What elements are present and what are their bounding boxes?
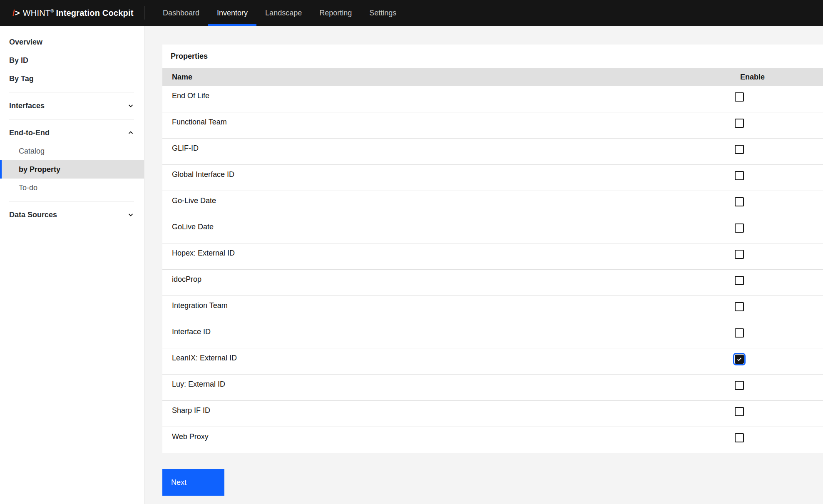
sidebar-item-label: Data Sources (9, 211, 57, 219)
property-name: Functional Team (162, 112, 735, 138)
table-row: LeanIX: External ID (162, 348, 823, 375)
property-name: Integration Team (162, 296, 735, 322)
sidebar-item-label: Interfaces (9, 102, 45, 110)
sidebar-item-data-sources[interactable]: Data Sources (0, 206, 144, 224)
enable-checkbox[interactable] (735, 145, 744, 154)
column-header-name: Name (162, 68, 735, 86)
table-row: Interface ID (162, 322, 823, 348)
enable-checkbox[interactable] (735, 355, 744, 364)
table-row: GLIF-ID (162, 139, 823, 165)
enable-cell (735, 217, 823, 243)
sidebar-divider (9, 201, 134, 201)
nav-tab-dashboard[interactable]: Dashboard (154, 0, 208, 26)
table-row: Global Interface ID (162, 165, 823, 191)
enable-checkbox[interactable] (735, 276, 744, 285)
enable-cell (735, 427, 823, 453)
property-name: Luy: External ID (162, 375, 735, 400)
checkmark-icon (736, 356, 742, 362)
property-name: GoLive Date (162, 217, 735, 243)
property-name: idocProp (162, 270, 735, 295)
top-header-bar: />WHINT®Integration Cockpit DashboardInv… (0, 0, 823, 26)
enable-cell (735, 348, 823, 374)
sidebar: OverviewBy IDBy TagInterfacesEnd-to-EndC… (0, 26, 144, 504)
enable-cell (735, 112, 823, 138)
property-name: GLIF-ID (162, 139, 735, 164)
header-divider (144, 6, 144, 20)
sidebar-item-label: To-do (19, 184, 37, 192)
sidebar-divider (9, 119, 134, 119)
property-name: Go-Live Date (162, 191, 735, 217)
property-name: Hopex: External ID (162, 243, 735, 269)
table-row: Sharp IF ID (162, 401, 823, 427)
app-title: />WHINT®Integration Cockpit (12, 8, 134, 18)
table-body: End Of LifeFunctional TeamGLIF-IDGlobal … (162, 86, 823, 453)
chevron-down-icon (127, 211, 134, 218)
sidebar-item-label: By Tag (9, 74, 34, 83)
sidebar-item-label: End-to-End (9, 129, 50, 137)
nav-tab-settings[interactable]: Settings (361, 0, 405, 26)
enable-checkbox[interactable] (735, 197, 744, 206)
chevron-up-icon (127, 129, 134, 136)
enable-cell (735, 270, 823, 295)
property-name: LeanIX: External ID (162, 348, 735, 374)
table-header-row: Name Enable (162, 68, 823, 86)
enable-cell (735, 243, 823, 269)
property-name: Web Proxy (162, 427, 735, 453)
sidebar-item-by-tag[interactable]: By Tag (0, 70, 144, 88)
page-title: Properties (162, 45, 823, 68)
main-content: Properties Name Enable End Of LifeFuncti… (144, 26, 823, 504)
enable-checkbox[interactable] (735, 92, 744, 102)
nav-tab-inventory[interactable]: Inventory (208, 0, 256, 26)
sidebar-divider (9, 92, 134, 92)
sidebar-item-label: Catalog (19, 147, 45, 156)
enable-checkbox[interactable] (735, 328, 744, 338)
table-row: End Of Life (162, 86, 823, 112)
chevron-down-icon (127, 102, 134, 109)
property-name: Interface ID (162, 322, 735, 348)
table-row: idocProp (162, 270, 823, 296)
sidebar-item-label: By ID (9, 56, 28, 65)
enable-cell (735, 191, 823, 217)
enable-checkbox[interactable] (735, 407, 744, 416)
table-row: GoLive Date (162, 217, 823, 243)
app-window: />WHINT®Integration Cockpit DashboardInv… (0, 0, 823, 504)
table-row: Go-Live Date (162, 191, 823, 217)
sidebar-item-overview[interactable]: Overview (0, 33, 144, 51)
enable-checkbox[interactable] (735, 250, 744, 259)
table-row: Functional Team (162, 112, 823, 139)
table-row: Integration Team (162, 296, 823, 322)
sidebar-item-end-to-end[interactable]: End-to-End (0, 124, 144, 142)
properties-card: Properties Name Enable End Of LifeFuncti… (162, 45, 823, 453)
logo-chevron-icon: > (15, 8, 20, 17)
nav-tab-landscape[interactable]: Landscape (256, 0, 311, 26)
nav-tab-reporting[interactable]: Reporting (311, 0, 361, 26)
property-name: End Of Life (162, 86, 735, 112)
brand-suffix: Integration Cockpit (56, 8, 134, 17)
enable-cell (735, 86, 823, 112)
sidebar-item-to-do[interactable]: To-do (0, 179, 144, 197)
enable-checkbox[interactable] (735, 433, 744, 442)
sidebar-item-by-id[interactable]: By ID (0, 51, 144, 70)
registered-mark: ® (50, 8, 54, 13)
sidebar-item-by-property[interactable]: by Property (0, 160, 144, 179)
enable-checkbox[interactable] (735, 381, 744, 390)
enable-checkbox[interactable] (735, 302, 744, 311)
sidebar-item-label: Overview (9, 38, 42, 47)
brand-name: WHINT (23, 8, 51, 17)
property-name: Sharp IF ID (162, 401, 735, 427)
enable-checkbox[interactable] (735, 223, 744, 233)
column-header-enable: Enable (735, 68, 823, 86)
sidebar-item-catalog[interactable]: Catalog (0, 142, 144, 160)
top-nav: DashboardInventoryLandscapeReportingSett… (154, 0, 405, 26)
property-name: Global Interface ID (162, 165, 735, 191)
table-row: Hopex: External ID (162, 243, 823, 270)
enable-checkbox[interactable] (735, 119, 744, 128)
enable-cell (735, 375, 823, 400)
app-logo[interactable]: />WHINT®Integration Cockpit (0, 0, 144, 26)
enable-checkbox[interactable] (735, 171, 744, 180)
body-row: OverviewBy IDBy TagInterfacesEnd-to-EndC… (0, 26, 823, 504)
sidebar-item-interfaces[interactable]: Interfaces (0, 97, 144, 115)
sidebar-item-label: by Property (19, 165, 60, 174)
next-button[interactable]: Next (162, 469, 224, 496)
enable-cell (735, 139, 823, 164)
